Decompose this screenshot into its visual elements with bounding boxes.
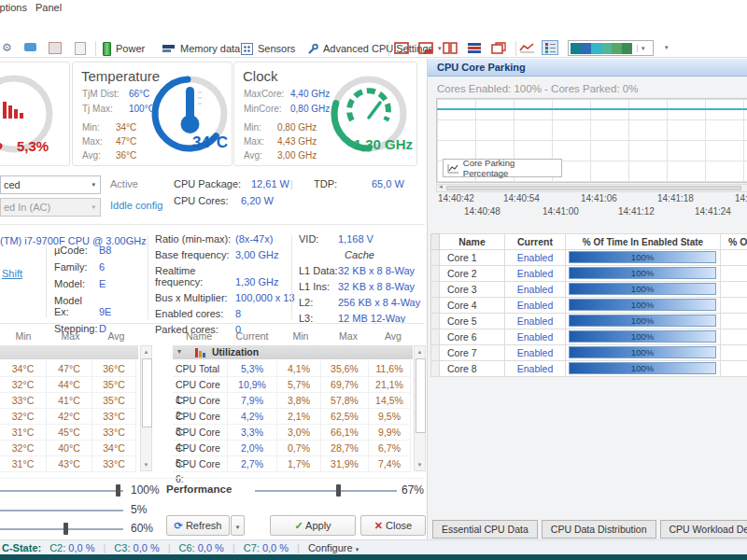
panel-title: CPU Core Parking <box>437 62 526 73</box>
column-header[interactable]: % Of Time In Enabled State <box>566 233 721 250</box>
core-parking-chart: Core Parking Percentage <box>436 98 747 183</box>
scrollbar[interactable]: ▲ ▼ <box>414 345 426 471</box>
menu-panel[interactable]: Panel <box>35 2 62 13</box>
configure-menu[interactable]: Configure ▾ <box>308 542 359 553</box>
axis-label: 14:41:00 <box>543 206 579 217</box>
core-state: Enabled <box>505 329 566 345</box>
slider-3-value: 60% <box>131 522 153 535</box>
performance-slider-handle[interactable] <box>336 484 341 497</box>
core-state: Enabled <box>505 361 566 377</box>
panel-header[interactable]: CPU Core Parking <box>428 59 747 77</box>
enabled-bar: 100% <box>569 283 716 295</box>
enabled-bar: 100% <box>569 299 716 311</box>
palette-color <box>622 43 632 54</box>
core-state: Enabled <box>505 298 566 314</box>
speed-shift-link[interactable]: Shift <box>2 268 22 279</box>
clock-gauge-value: 1,30 GHz <box>354 136 413 152</box>
wrench-icon <box>306 43 318 55</box>
sensors-button[interactable]: Sensors <box>235 39 301 58</box>
slider-3-handle[interactable] <box>63 523 68 535</box>
enabled-bar: 100% <box>569 267 716 279</box>
temp-avg-label: Avg: <box>82 150 116 161</box>
refresh-button[interactable]: ⟳ Refresh <box>166 515 230 536</box>
cstate-c6: C6: 0,0 % <box>179 542 224 553</box>
enabled-bar: 100% <box>569 251 716 263</box>
apply-label: Apply <box>305 520 331 531</box>
slider-2-value: 5% <box>131 503 147 516</box>
slider-1-handle[interactable] <box>116 484 120 497</box>
tab-cpu-data-distribution[interactable]: CPU Data Distribution <box>542 520 656 539</box>
temperature-card: Temperature TjM Dist:66°C Tj Max:100°C M… <box>72 62 233 166</box>
temperature-gauge-value: 34°C <box>192 133 228 152</box>
chart-legend[interactable]: Core Parking Percentage <box>443 159 562 177</box>
edit-icon[interactable] <box>49 42 62 54</box>
scroll-left-icon[interactable]: ◄ <box>438 184 444 189</box>
advanced-label: Advanced CPU Settings <box>323 43 433 54</box>
performance-slider-track[interactable] <box>255 490 397 492</box>
table-row: 32°C42°C33°C <box>0 409 136 425</box>
window-popup-icon[interactable] <box>418 42 433 54</box>
idle-config-link[interactable]: Iddle config <box>110 200 162 211</box>
tab-essential-cpu-data[interactable]: Essential CPU Data <box>432 520 538 539</box>
power-plan-dropdown[interactable]: ed In (AC) ▾ <box>0 198 101 217</box>
axis-label: 14:41:12 <box>618 206 655 217</box>
slider-1-track[interactable] <box>0 490 123 492</box>
clock-avg-label: Avg: <box>244 150 277 161</box>
window-stack-icon[interactable] <box>467 42 482 54</box>
power-button[interactable]: Power <box>97 39 150 58</box>
menu-options[interactable]: Options <box>0 2 27 13</box>
table-row: 31°C45°C33°C <box>0 425 136 441</box>
enabled-bar: 100% <box>569 362 716 374</box>
power-profile-dropdown[interactable]: ced ▾ <box>0 175 101 194</box>
mincore-value: 0,80 GHz <box>290 104 330 114</box>
color-scheme-dropdown[interactable]: ▾ <box>568 40 654 56</box>
chart-scrollbar[interactable]: ◄ <box>436 184 747 192</box>
utilization-group-row[interactable]: ▾ Utilization <box>173 345 413 359</box>
settings-icon[interactable]: ⚙ <box>2 41 12 54</box>
tab-cpu-workload-delegation[interactable]: CPU Workload Delegation <box>660 520 747 539</box>
cpu-cache-specs: VID:1,168 V Cache L1 Data:32 KB x 8 8-Wa… <box>299 233 420 324</box>
battery-icon <box>103 42 111 56</box>
temp-max-value: 47°C <box>116 136 136 147</box>
axis-label: 14:41:24 <box>695 206 731 217</box>
axis-label: 14:40:54 <box>503 193 540 203</box>
table-row: 33°C41°C35°C <box>0 393 136 409</box>
cpu-freq-specs: Ratio (min-max):(8x-47x) Base frequency:… <box>155 233 295 335</box>
more-options-dropdown[interactable]: ▾ <box>665 44 669 51</box>
window-single-icon[interactable] <box>394 42 409 54</box>
slider-2-track[interactable] <box>0 510 123 511</box>
slider-3-track[interactable] <box>0 528 123 530</box>
scrollbar[interactable]: ▲ ▼ <box>140 345 152 471</box>
chevron-collapse-icon[interactable]: ▾ <box>177 347 181 356</box>
panel-list-icon[interactable] <box>542 40 558 55</box>
chart-toggle-icon[interactable] <box>519 42 535 54</box>
toolbar: ⚙ Power Memory data Sensors Advanced CPU… <box>0 38 747 58</box>
feedback-icon[interactable] <box>24 43 36 51</box>
column-header[interactable]: Current <box>505 233 566 250</box>
column-header[interactable]: % O <box>721 233 747 250</box>
cpu-package-label: CPU Package: <box>174 178 241 189</box>
active-config-label: Active <box>110 178 138 189</box>
axis-label: 14: <box>735 193 747 203</box>
column-header[interactable]: Name <box>440 233 505 250</box>
column-header: Min <box>279 330 322 342</box>
group-row[interactable] <box>0 345 138 359</box>
table-row: CPU Core 2:7,9%3,8%57,8%14,5% <box>173 393 411 409</box>
table-row: CPU Core 4:3,3%3,0%66,1%9,9% <box>173 425 411 441</box>
cstate-c2: C2: 0,0 % <box>49 542 94 553</box>
power-profile-value: ced <box>1 179 21 190</box>
apply-button[interactable]: ✓ Apply <box>270 515 356 536</box>
report-icon[interactable] <box>75 42 86 55</box>
axis-label: 14:41:06 <box>581 193 617 203</box>
refresh-dropdown[interactable]: ▾ <box>231 515 245 536</box>
window-split-icon[interactable] <box>443 42 458 54</box>
axis-label: 14:40:48 <box>464 206 500 217</box>
refresh-label: Refresh <box>186 520 222 531</box>
close-button[interactable]: ✕ Close <box>360 515 426 536</box>
chevron-down-icon: ▾ <box>438 45 442 52</box>
window-restore-icon[interactable] <box>491 42 506 54</box>
memory-data-button[interactable]: Memory data <box>157 39 246 58</box>
speedometer-icon <box>349 91 388 120</box>
table-row: 32°C44°C35°C <box>0 377 136 393</box>
clock-min-label: Min: <box>244 122 277 133</box>
